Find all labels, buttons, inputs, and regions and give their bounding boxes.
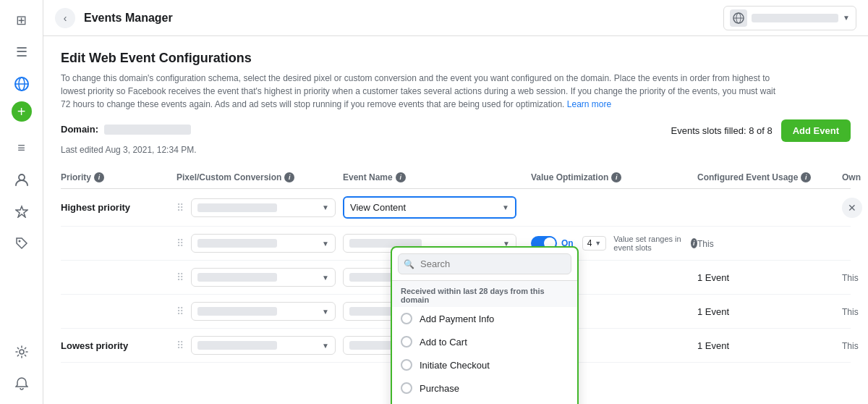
radio-add-payment-info [401,313,412,324]
nav-menu-icon[interactable]: ☰ [7,38,36,67]
domain-value-placeholder [104,125,191,135]
last-edited: Last edited Aug 3, 2021, 12:34 PM. [61,145,851,155]
row3-pixel-cell: ⠿ ▼ [176,268,343,287]
row1-close-button[interactable]: ✕ [842,198,862,218]
radio-initiate-checkout [401,359,412,371]
nav-globe-icon[interactable] [7,70,36,98]
nav-tag-icon[interactable] [7,229,36,258]
row4-configured-cell: 1 Event [697,306,842,317]
list-item[interactable]: Add Payment Info [392,307,577,330]
svg-marker-4 [16,206,27,217]
pixel-chevron-icon: ▼ [322,203,329,211]
list-item[interactable]: Initiate Checkout [392,353,577,376]
row3-pixel-select[interactable]: ▼ [191,268,336,287]
nav-bell-icon[interactable] [7,369,36,398]
num-select[interactable]: 4 ▼ [582,236,607,251]
page-description: To change this domain's configuration sc… [61,72,784,111]
row1-pixel-cell: ⠿ ▼ [176,198,343,217]
nav-home-icon[interactable]: ⊞ [7,6,36,35]
account-selector[interactable]: ▼ [723,6,856,30]
value-set-label: Value set ranges in event slots [613,235,684,252]
row3-configured-cell: 1 Event [697,272,842,283]
page-title: Events Manager [84,12,715,25]
pixel-info-icon[interactable]: i [284,172,294,182]
list-item[interactable]: Purchase [392,376,577,400]
col-priority: Priority i [61,172,176,182]
value-opt-info-icon[interactable]: i [611,172,621,182]
row4-own-cell: This [842,306,868,317]
row1-event-select[interactable]: View Content ▼ [343,196,516,219]
item-label-add-cart: Add to Cart [420,337,467,348]
search-icon: 🔍 [404,259,414,269]
main-content: ‹ Events Manager ▼ Edit Web Event Config… [43,0,868,404]
row2-this-label: This [697,239,714,249]
event-name-info-icon[interactable]: i [396,172,406,182]
pixel-chevron-icon: ▼ [322,274,329,282]
row1-priority-label: Highest priority [61,202,130,213]
pixel-chevron-icon: ▼ [322,240,329,248]
num-select-value: 4 [587,238,592,248]
item-label-initiate-checkout: Initiate Checkout [420,360,490,371]
content-area: Edit Web Event Configurations To change … [43,36,868,404]
row4-this-label: This [842,307,859,317]
row2-pixel-cell: ⠿ ▼ [176,234,343,253]
event-chevron-icon: ▼ [502,203,509,211]
item-label-add-payment: Add Payment Info [420,313,494,324]
pixel-value-placeholder [197,239,277,248]
nav-list-icon[interactable]: ≡ [7,133,36,162]
list-item[interactable]: Add to Cart [392,330,577,353]
svg-point-5 [18,240,20,243]
row4-event-count: 1 Event [697,306,729,317]
col-value-opt: Value Optimization i [531,172,697,182]
add-event-button[interactable]: Add Event [781,119,851,142]
nav-person-icon[interactable] [7,165,36,194]
row4-pixel-cell: ⠿ ▼ [176,302,343,321]
row5-own-cell: This [842,340,868,351]
priority-info-icon[interactable]: i [94,172,104,182]
num-chevron-icon: ▼ [595,240,601,247]
row2-pixel-select[interactable]: ▼ [191,234,336,253]
drag-handle-icon[interactable]: ⠿ [176,340,184,351]
pixel-chevron-icon: ▼ [322,308,329,316]
chevron-down-icon: ▼ [843,14,850,22]
pixel-value-placeholder [197,203,277,212]
list-item[interactable]: Search [392,400,577,404]
pixel-value-placeholder [197,273,277,282]
value-set-info-icon[interactable]: i [691,238,697,248]
row5-priority-label: Lowest priority [61,340,128,351]
nav-add-icon[interactable]: + [12,101,32,122]
event-dropdown: 🔍 Received within last 28 days from this… [391,246,579,404]
account-icon [730,9,747,27]
domain-row: Domain: [61,124,191,135]
back-button[interactable]: ‹ [55,8,75,28]
dropdown-search-input[interactable] [398,253,571,274]
radio-add-to-cart [401,336,412,348]
learn-more-link[interactable]: Learn more [567,99,611,109]
row3-own-cell: This [842,272,868,283]
edit-title: Edit Web Event Configurations [61,51,851,66]
drag-handle-icon[interactable]: ⠿ [176,306,184,317]
row4-pixel-select[interactable]: ▼ [191,302,336,321]
drag-handle-icon[interactable]: ⠿ [176,272,184,283]
row1-event-cell: View Content ▼ [343,196,531,219]
row1-pixel-select[interactable]: ▼ [191,198,336,217]
table-row: Highest priority ⠿ ▼ View Content ▼ ✕ [61,189,851,227]
col-event-name: Event Name i [343,172,531,182]
svg-point-3 [19,174,25,180]
pixel-chevron-icon: ▼ [322,342,329,350]
row5-priority-cell: Lowest priority [61,340,176,351]
drag-handle-icon[interactable]: ⠿ [176,237,184,249]
row5-pixel-select[interactable]: ▼ [191,336,336,355]
row3-event-count: 1 Event [697,272,729,283]
nav-settings-icon[interactable] [7,337,36,366]
pixel-value-placeholder [197,341,277,350]
dropdown-section-label: Received within last 28 days from this d… [392,281,577,307]
configured-info-icon[interactable]: i [801,172,811,182]
left-nav: ⊞ ☰ + ≡ [0,0,43,404]
domain-label: Domain: [61,124,98,135]
row5-event-count: 1 Event [697,340,729,351]
nav-star-icon[interactable] [7,197,36,226]
drag-handle-icon[interactable]: ⠿ [176,202,184,214]
num-select-wrapper: 4 ▼ [582,236,607,251]
col-pixel: Pixel/Custom Conversion i [176,172,343,182]
